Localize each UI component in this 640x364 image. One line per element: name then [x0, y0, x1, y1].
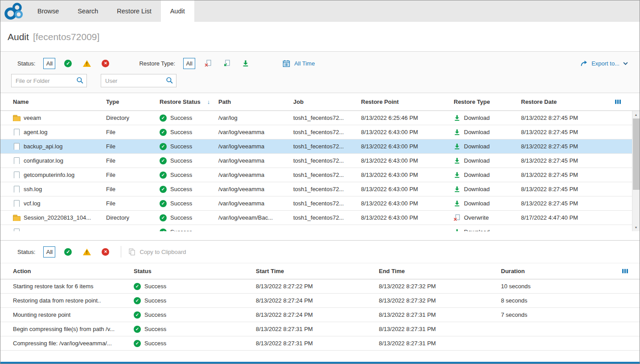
column-header-status[interactable]: Status	[134, 268, 256, 274]
restore-type-icon	[454, 129, 460, 135]
table-row[interactable]: configurator.log File Success /var/log/v…	[0, 154, 640, 168]
detail-row[interactable]: Mounting restore point Success 8/13/2022…	[0, 308, 640, 322]
restore-date-cell: 8/13/2022 8:27:45 PM	[521, 129, 622, 135]
path-cell: /var/log/veeamma	[218, 172, 293, 178]
restore-type-icon	[454, 229, 460, 231]
table-row[interactable]: Success Download	[0, 225, 640, 231]
scrollbar-thumb[interactable]	[633, 119, 640, 190]
details-warning-filter-button[interactable]	[81, 246, 93, 258]
export-button[interactable]: Export to...	[580, 60, 629, 67]
restore-date-cell: 8/13/2022 8:27:45 PM	[521, 157, 622, 164]
download-filter-button[interactable]	[239, 57, 251, 69]
column-chooser-icon[interactable]	[622, 268, 628, 274]
column-header-type[interactable]: Type	[106, 98, 160, 105]
column-header-end-time[interactable]: End Time	[379, 268, 501, 274]
column-header-restore-type[interactable]: Restore Type	[454, 98, 521, 105]
status-success-filter-button[interactable]	[62, 57, 74, 69]
table-row[interactable]: agent.log File Success /var/log/veeamma …	[0, 125, 640, 139]
restore-status-cell: Success	[160, 200, 218, 207]
success-icon	[134, 326, 141, 333]
detail-row[interactable]: Compressing file: /var/log/veeamma/... S…	[0, 336, 640, 351]
column-header-restore-status[interactable]: Restore Status ↓	[160, 98, 218, 105]
restore-keep-filter-button[interactable]	[221, 57, 233, 69]
path-cell: /var/log/veeamma	[218, 129, 293, 135]
end-time-cell: 8/13/2022 8:27:31 PM	[379, 311, 501, 318]
filter-row: Status: All Restore Type: All	[0, 57, 629, 70]
time-range-filter[interactable]: All Time	[283, 60, 315, 67]
table-row[interactable]: vcf.log File Success /var/log/veeamma to…	[0, 196, 640, 211]
details-success-filter-button[interactable]	[62, 246, 74, 258]
column-header-action[interactable]: Action	[13, 268, 134, 274]
details-status-all-button[interactable]: All	[43, 246, 55, 258]
audit-table: Name Type Restore Status ↓ Path Job Rest…	[0, 93, 640, 231]
sort-desc-icon[interactable]: ↓	[207, 98, 210, 105]
duration-cell: 10 seconds	[501, 283, 624, 290]
job-cell: tosh1_fecentos72...	[293, 129, 361, 135]
success-icon	[160, 143, 167, 150]
type-cell: Directory	[106, 115, 160, 121]
start-time-cell: 8/13/2022 8:27:22 PM	[256, 283, 379, 290]
action-cell: Compressing file: /var/log/veeamma/...	[13, 340, 134, 347]
success-icon	[160, 115, 167, 122]
nav-tab[interactable]: Restore List	[107, 0, 160, 22]
search-icon[interactable]	[76, 77, 84, 86]
scrollbar-up-icon[interactable]: ▲	[632, 111, 640, 119]
file-search-input[interactable]	[11, 74, 87, 87]
search-icon[interactable]	[166, 77, 173, 86]
column-header-path[interactable]: Path	[218, 98, 293, 105]
nav-tabs: Browse Search Restore List Audit	[28, 0, 194, 22]
nav-tab[interactable]: Audit	[161, 0, 194, 22]
restore-type-all-button[interactable]: All	[183, 58, 195, 69]
nav-tab[interactable]: Search	[68, 0, 107, 22]
column-header-duration[interactable]: Duration	[501, 268, 624, 274]
details-toolbar: Status: All Copy to Clipboard	[0, 240, 640, 263]
detail-row[interactable]: Begin compressing file(s) from path /v..…	[0, 322, 640, 336]
restore-type-filter-group: Restore Type: All	[139, 57, 251, 69]
status-warning-filter-button[interactable]	[81, 57, 93, 69]
table-row[interactable]: backup_api.log File Success /var/log/vee…	[0, 139, 640, 154]
restore-status-cell: Success	[160, 229, 218, 232]
restore-type-icon	[454, 186, 460, 192]
name-cell: Session_20220813_104...	[13, 214, 106, 221]
restore-point-cell: 8/13/2022 6:43:00 PM	[361, 172, 454, 178]
column-header-restore-point[interactable]: Restore Point	[361, 98, 454, 105]
column-header-name[interactable]: Name	[13, 98, 106, 105]
table-row[interactable]: getcomputerinfo.log File Success /var/lo…	[0, 168, 640, 182]
file-name: getcomputerinfo.log	[24, 172, 74, 178]
restore-overwrite-filter-button[interactable]	[202, 57, 214, 69]
column-chooser-icon[interactable]	[615, 98, 621, 105]
job-cell: tosh1_fecentos72...	[293, 157, 361, 164]
details-error-filter-button[interactable]	[99, 246, 111, 258]
column-header-job[interactable]: Job	[293, 98, 361, 105]
details-table-header: Action Status Start Time End Time Durati…	[0, 263, 640, 279]
user-search-input[interactable]	[101, 74, 176, 87]
job-cell: tosh1_fecentos72...	[293, 172, 361, 178]
table-row[interactable]: Session_20220813_104... Directory Succes…	[0, 211, 640, 225]
column-header-start-time[interactable]: Start Time	[256, 268, 379, 274]
column-header-restore-date[interactable]: Restore Date	[521, 98, 622, 105]
app-logo-icon[interactable]	[0, 0, 28, 22]
file-type-icon	[13, 172, 20, 178]
table-row[interactable]: ssh.log File Success /var/log/veeamma to…	[0, 182, 640, 196]
restore-type-cell: Download	[454, 229, 521, 231]
scrollbar-down-icon[interactable]: ▼	[632, 224, 640, 231]
restore-keep-icon	[223, 60, 230, 67]
nav-tab[interactable]: Browse	[28, 0, 68, 22]
detail-row[interactable]: Starting restore task for 6 items Succes…	[0, 279, 640, 294]
end-time-cell: 8/13/2022 8:27:32 PM	[379, 297, 501, 304]
copy-to-clipboard-button[interactable]: Copy to Clipboard	[128, 248, 186, 256]
vertical-scrollbar[interactable]: ▲ ▼	[632, 111, 640, 231]
file-type-icon	[13, 200, 20, 207]
status-cell: Success	[134, 340, 256, 347]
success-icon	[134, 311, 141, 319]
restore-date-cell: 8/13/2022 8:27:45 PM	[521, 115, 622, 121]
error-icon	[102, 60, 109, 67]
table-row[interactable]: veeam Directory Success /var/log tosh1_f…	[0, 111, 640, 125]
start-time-cell: 8/13/2022 8:27:31 PM	[256, 340, 379, 347]
status-all-button[interactable]: All	[43, 58, 55, 69]
status-error-filter-button[interactable]	[99, 57, 111, 69]
detail-row[interactable]: Restoring data from restore point.. Succ…	[0, 294, 640, 308]
restore-overwrite-icon	[205, 60, 212, 67]
name-cell	[13, 229, 106, 231]
page-title-row: Audit[fecentos72009]	[0, 22, 640, 51]
